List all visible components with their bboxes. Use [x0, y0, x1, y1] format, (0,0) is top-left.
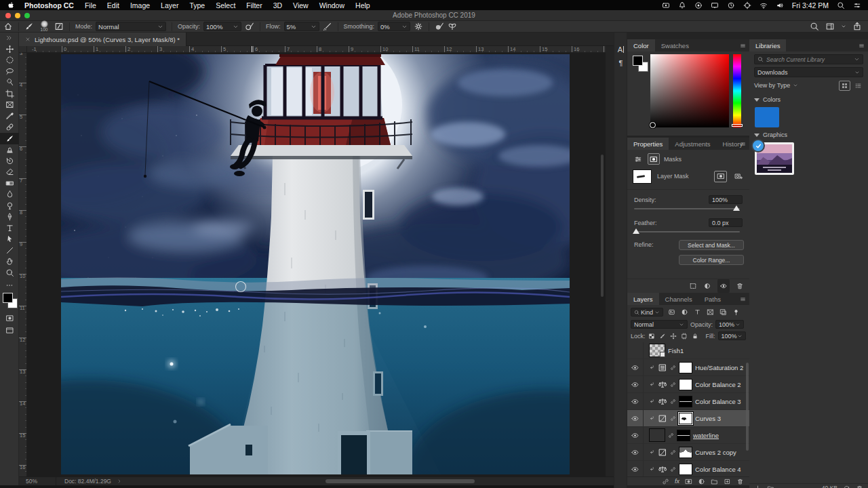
- horizontal-ruler[interactable]: -1012345678910111213141516: [27, 46, 606, 53]
- tab-channels[interactable]: Channels: [659, 293, 698, 305]
- brush-preset-picker[interactable]: 100: [37, 20, 51, 33]
- workspace-switcher-icon[interactable]: [825, 22, 835, 31]
- filter-toggle-icon[interactable]: [731, 308, 741, 317]
- layer-visibility-toggle[interactable]: [627, 393, 644, 409]
- hue-slider-marker[interactable]: [732, 124, 743, 127]
- chevron-down-icon[interactable]: [841, 24, 846, 29]
- layer-row-curves-2-copy[interactable]: Curves 2 copy: [627, 444, 749, 461]
- layer-row-waterline[interactable]: waterline: [627, 427, 749, 444]
- display-icon[interactable]: [711, 1, 719, 9]
- menu-select[interactable]: Select: [216, 1, 235, 9]
- pen-tool[interactable]: [0, 211, 19, 223]
- screen-record-icon[interactable]: [662, 1, 670, 9]
- layer-row-color-balance-4[interactable]: Color Balance 4: [627, 461, 749, 476]
- edit-toolbar-button[interactable]: [0, 281, 19, 290]
- layer-mask-thumbnail[interactable]: [633, 169, 652, 184]
- close-document-icon[interactable]: [25, 37, 31, 42]
- select-and-mask-button[interactable]: Select and Mask...: [679, 240, 744, 250]
- zoom-level-field[interactable]: 50%: [19, 477, 56, 485]
- character-panel-button[interactable]: A: [615, 43, 627, 55]
- wifi-icon[interactable]: [760, 1, 768, 9]
- notification-center-icon[interactable]: [853, 1, 861, 9]
- layer-row-curves-3[interactable]: Curves 3: [627, 410, 749, 427]
- layer-mask-thumbnail[interactable]: [679, 362, 692, 373]
- menu-window[interactable]: Window: [319, 1, 344, 9]
- load-selection-icon[interactable]: [689, 282, 697, 290]
- add-vector-mask-button[interactable]: [732, 171, 744, 182]
- marquee-tool[interactable]: [0, 55, 19, 66]
- layer-mask-thumbnail[interactable]: [679, 396, 692, 407]
- lock-all-icon[interactable]: [691, 332, 699, 340]
- panel-menu-icon[interactable]: [739, 43, 747, 49]
- layer-filter-select[interactable]: Kind: [631, 308, 663, 317]
- document-image[interactable]: [61, 54, 570, 474]
- collapse-toolbar-icon[interactable]: [5, 35, 13, 41]
- hue-slider[interactable]: [733, 54, 741, 127]
- tab-paths[interactable]: Paths: [698, 293, 727, 305]
- menu-help[interactable]: Help: [355, 1, 370, 9]
- link-layers-icon[interactable]: [662, 478, 669, 485]
- delete-mask-icon[interactable]: [736, 282, 744, 290]
- list-view-button[interactable]: [853, 81, 863, 90]
- adjustment-properties-icon[interactable]: [633, 154, 644, 164]
- filter-adjustment-layers-icon[interactable]: [679, 308, 689, 317]
- zoom-tool[interactable]: [0, 267, 19, 279]
- lasso-tool[interactable]: [0, 66, 19, 77]
- canvas-horizontal-scrollbar[interactable]: [326, 479, 475, 483]
- panel-menu-icon[interactable]: [739, 296, 747, 302]
- apple-menu-icon[interactable]: [7, 1, 15, 9]
- location-icon[interactable]: [743, 1, 751, 9]
- layer-mask-thumbnail[interactable]: [679, 413, 692, 424]
- select-mask-button[interactable]: [714, 171, 727, 182]
- filter-shape-layers-icon[interactable]: [705, 308, 715, 317]
- density-slider[interactable]: [634, 208, 740, 209]
- add-layer-mask-icon[interactable]: [685, 478, 692, 485]
- feather-slider[interactable]: [634, 231, 740, 232]
- tab-swatches[interactable]: Swatches: [655, 39, 695, 52]
- menu-filter[interactable]: Filter: [246, 1, 262, 9]
- path-selection-tool[interactable]: [0, 234, 19, 245]
- lock-position-icon[interactable]: [669, 332, 677, 340]
- tab-libraries[interactable]: Libraries: [749, 39, 786, 52]
- colors-section-header[interactable]: Colors: [754, 96, 781, 103]
- layer-mask-thumbnail[interactable]: [679, 464, 692, 475]
- layer-style-icon[interactable]: fx: [675, 478, 679, 485]
- layer-fill-field[interactable]: 100%: [718, 331, 746, 340]
- library-graphic-item[interactable]: [755, 142, 794, 175]
- eraser-tool[interactable]: [0, 167, 19, 178]
- graphics-section-header[interactable]: Graphics: [754, 131, 787, 138]
- smoothing-select[interactable]: 0%: [378, 22, 410, 31]
- menu-file[interactable]: File: [85, 1, 96, 9]
- color-picker-marker[interactable]: [650, 122, 656, 128]
- layer-row-hue-saturation-2[interactable]: Hue/Saturation 2: [627, 359, 749, 376]
- screen-mode-button[interactable]: [0, 325, 19, 336]
- library-select[interactable]: Downloads: [754, 67, 863, 77]
- move-tool[interactable]: [0, 43, 19, 55]
- canvas-area[interactable]: [27, 53, 606, 476]
- healing-brush-tool[interactable]: [0, 122, 19, 134]
- share-icon[interactable]: [852, 22, 862, 31]
- grid-view-button[interactable]: [839, 81, 850, 91]
- layer-visibility-toggle[interactable]: [627, 376, 644, 392]
- library-search-input[interactable]: Search Current Library: [754, 54, 863, 64]
- menu-image[interactable]: Image: [130, 1, 150, 9]
- brush-settings-panel-icon[interactable]: [54, 22, 64, 31]
- quick-mask-button[interactable]: [0, 313, 19, 323]
- status-options-icon[interactable]: [117, 479, 122, 484]
- type-tool[interactable]: [0, 222, 19, 234]
- document-tab[interactable]: Lighthouse.psd @ 50% (Curves 3, Layer Ma…: [19, 33, 186, 46]
- layer-row-color-balance-2[interactable]: Color Balance 2: [627, 376, 749, 393]
- lock-artboard-icon[interactable]: [680, 332, 688, 340]
- blend-mode-select[interactable]: Normal: [96, 22, 166, 31]
- tab-adjustments[interactable]: Adjustments: [669, 138, 716, 150]
- pressure-opacity-icon[interactable]: [245, 22, 254, 31]
- ruler-corner[interactable]: [19, 46, 27, 53]
- sync-status-icon[interactable]: [843, 485, 850, 488]
- mask-visibility-icon[interactable]: [719, 283, 728, 289]
- vertical-ruler[interactable]: 345678910111213141516: [19, 53, 27, 476]
- app-status-icon[interactable]: [694, 1, 703, 9]
- search-icon[interactable]: [810, 22, 819, 31]
- menu-view[interactable]: View: [293, 1, 309, 9]
- density-slider-thumb[interactable]: [733, 205, 740, 211]
- dodge-tool[interactable]: [0, 200, 19, 211]
